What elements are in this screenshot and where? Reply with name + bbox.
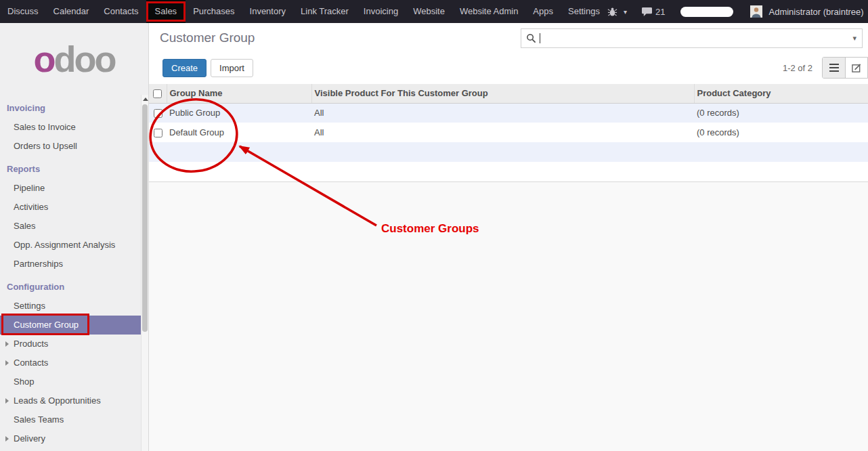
menu-purchases[interactable]: Purchases: [186, 0, 242, 23]
chevron-right-icon: [5, 341, 9, 347]
sidebar-item-contacts-label: Contacts: [14, 358, 48, 368]
sidebar-item-sales-teams[interactable]: Sales Teams: [0, 410, 142, 429]
odoo-logo: odoo: [0, 23, 148, 95]
text-cursor: [540, 33, 540, 43]
sidebar-item-sales-to-invoice[interactable]: Sales to Invoice: [0, 118, 142, 137]
menu-contacts[interactable]: Contacts: [96, 0, 146, 23]
sidebar-nav: Invoicing Sales to Invoice Orders to Ups…: [0, 95, 142, 448]
table-row-default-group[interactable]: Default Group All (0 records): [149, 123, 868, 142]
menu-link-tracker[interactable]: Link Tracker: [293, 0, 356, 23]
content-empty-area: [149, 181, 868, 451]
menu-sales[interactable]: Sales: [146, 0, 186, 23]
sidebar-item-shop[interactable]: Shop: [0, 372, 142, 391]
chevron-right-icon: [5, 360, 9, 366]
list-view-button[interactable]: [823, 58, 845, 78]
row-checkbox-cell: [149, 103, 167, 123]
chevron-right-icon: [5, 398, 9, 404]
scrollbar-thumb[interactable]: [142, 104, 148, 332]
menu-sales-label: Sales: [155, 6, 177, 16]
cell-visible-product[interactable]: All: [311, 123, 694, 142]
sidebar-item-leads-opportunities-label: Leads & Opportunities: [14, 395, 101, 406]
sidebar-item-orders-to-upsell[interactable]: Orders to Upsell: [0, 137, 142, 156]
list-icon: [829, 63, 840, 72]
search-input[interactable]: [542, 33, 848, 43]
sidebar-item-settings[interactable]: Settings: [0, 297, 142, 316]
content-area: Customer Group ▾ Create Import 1-2 of 2: [149, 23, 868, 451]
sidebar-item-sales[interactable]: Sales: [0, 217, 142, 236]
scroll-up-icon[interactable]: [143, 98, 148, 101]
messages-indicator[interactable]: 21: [641, 7, 665, 17]
topbar-right: ▾ 21 Administrator (braintree): [607, 0, 868, 23]
sidebar-item-opp-assignment-analysis[interactable]: Opp. Assignment Analysis: [0, 236, 142, 255]
cell-product-category[interactable]: (0 records): [694, 123, 868, 142]
select-all-checkbox[interactable]: [153, 89, 162, 98]
menu-apps[interactable]: Apps: [525, 0, 561, 23]
menu-settings[interactable]: Settings: [561, 0, 607, 23]
content-header: Customer Group ▾: [149, 23, 868, 53]
sidebar-section-invoicing: Invoicing: [0, 95, 142, 118]
create-button[interactable]: Create: [162, 59, 207, 77]
sidebar-item-customer-group-label: Customer Group: [14, 320, 79, 330]
sidebar-section-configuration: Configuration: [0, 274, 142, 297]
search-dropdown-caret-icon[interactable]: ▾: [852, 34, 856, 43]
cell-group-name[interactable]: Public Group: [167, 103, 311, 123]
sidebar-item-activities[interactable]: Activities: [0, 198, 142, 217]
row-checkbox[interactable]: [154, 129, 162, 137]
table-empty-row: [149, 142, 868, 162]
page-title: Customer Group: [160, 30, 255, 45]
sidebar-item-partnerships[interactable]: Partnerships: [0, 255, 142, 274]
sidebar-item-products-label: Products: [14, 339, 48, 349]
chat-bubble-icon: [641, 7, 653, 17]
chevron-right-icon: [5, 436, 9, 442]
debug-caret-down-icon[interactable]: ▾: [624, 8, 627, 16]
user-menu[interactable]: Administrator (braintree): [768, 7, 863, 17]
cell-visible-product[interactable]: All: [311, 103, 694, 123]
select-all-cell: [149, 84, 167, 103]
import-button[interactable]: Import: [211, 59, 253, 77]
view-switcher: [822, 57, 868, 79]
pager: 1-2 of 2: [783, 63, 812, 73]
topbar: Discuss Calendar Contacts Sales Purchase…: [0, 0, 868, 23]
row-checkbox[interactable]: [154, 109, 162, 118]
row-checkbox-cell: [149, 123, 167, 142]
status-pill[interactable]: [680, 7, 733, 17]
menu-website-admin[interactable]: Website Admin: [452, 0, 525, 23]
main-layout: odoo Invoicing Sales to Invoice Orders t…: [0, 23, 868, 451]
search-icon: [526, 33, 536, 43]
customer-group-table: Group Name Visible Product For This Cust…: [149, 84, 868, 181]
col-group-name[interactable]: Group Name: [167, 84, 311, 103]
bug-icon[interactable]: [607, 7, 617, 17]
odoo-logo-first-letter: o: [34, 38, 54, 80]
menu-discuss[interactable]: Discuss: [0, 0, 46, 23]
form-view-button[interactable]: [845, 58, 867, 78]
sidebar-section-reports: Reports: [0, 156, 142, 179]
menu-invoicing[interactable]: Invoicing: [356, 0, 406, 23]
sidebar: odoo Invoicing Sales to Invoice Orders t…: [0, 23, 149, 451]
cell-product-category[interactable]: (0 records): [694, 103, 868, 123]
menu-calendar[interactable]: Calendar: [46, 0, 97, 23]
sidebar-item-contacts[interactable]: Contacts: [0, 353, 142, 372]
right-controls: 1-2 of 2: [783, 57, 868, 79]
sidebar-item-customer-group[interactable]: Customer Group: [0, 316, 142, 335]
sidebar-item-leads-opportunities[interactable]: Leads & Opportunities: [0, 391, 142, 410]
cell-group-name[interactable]: Default Group: [167, 123, 311, 142]
sidebar-scrollbar[interactable]: [141, 95, 148, 451]
menu-website[interactable]: Website: [406, 0, 452, 23]
avatar[interactable]: [750, 5, 762, 18]
sidebar-item-products[interactable]: Products: [0, 335, 142, 353]
control-row: Create Import 1-2 of 2: [149, 53, 868, 84]
col-product-category[interactable]: Product Category: [694, 84, 868, 103]
message-count: 21: [655, 7, 665, 17]
search-box[interactable]: ▾: [521, 28, 863, 48]
edit-form-icon: [851, 63, 862, 73]
sidebar-item-delivery[interactable]: Delivery: [0, 429, 142, 448]
table-empty-row: [149, 162, 868, 181]
sidebar-item-delivery-label: Delivery: [14, 433, 45, 444]
col-visible-product[interactable]: Visible Product For This Customer Group: [311, 84, 694, 103]
sidebar-item-pipeline[interactable]: Pipeline: [0, 179, 142, 198]
table-header-row: Group Name Visible Product For This Cust…: [149, 84, 868, 103]
odoo-logo-rest: doo: [54, 38, 115, 80]
menu-inventory[interactable]: Inventory: [242, 0, 293, 23]
topbar-menus: Discuss Calendar Contacts Sales Purchase…: [0, 0, 607, 23]
table-row-public-group[interactable]: Public Group All (0 records): [149, 103, 868, 123]
